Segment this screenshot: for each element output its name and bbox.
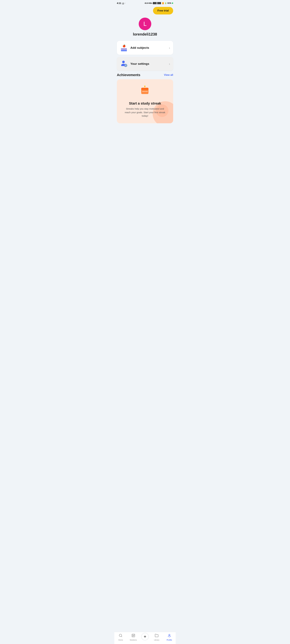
svg-rect-3 [121, 49, 127, 50]
achievements-title: Achievements [117, 73, 140, 77]
battery-level: 61% [168, 2, 171, 4]
wifi-icon: ▋▋▋ [158, 2, 161, 4]
svg-rect-10 [141, 89, 148, 90]
svg-rect-13 [146, 91, 148, 92]
books-svg: 🍎 [120, 44, 128, 52]
wifi-symbol: 🛜 [162, 2, 164, 4]
charging-dot [172, 2, 173, 4]
main-content: Free trial L lorendeli1238 🍎 [114, 6, 176, 139]
achievements-section: Achievements View all [117, 73, 173, 123]
settings-chevron: › [169, 62, 170, 66]
add-subjects-left: 🍎 Add subjects [120, 44, 149, 52]
phone-container: 4:11 △ · 43.8 KB/s ▋▋▋ ▋▋▋ 🛜 🔋 61% Free … [114, 0, 176, 139]
svg-point-4 [122, 61, 125, 63]
streak-description: Streaks help you stay motivated and reac… [124, 107, 166, 118]
streak-svg [139, 84, 151, 96]
avatar: L [139, 18, 151, 30]
add-subjects-card[interactable]: 🍎 Add subjects › [117, 41, 173, 55]
settings-label: Your settings [130, 62, 149, 66]
svg-rect-2 [121, 50, 127, 51]
signal-icon: ▋▋▋ [153, 2, 157, 4]
svg-text:🍎: 🍎 [122, 44, 126, 48]
username: lorendeli1238 [133, 32, 157, 36]
settings-left: ⚙️ Your settings [120, 60, 149, 68]
speed: 43.8 KB/s [144, 2, 152, 4]
add-subjects-label: Add subjects [130, 46, 149, 50]
achievements-header: Achievements View all [117, 73, 173, 77]
avatar-initial: L [144, 20, 146, 27]
settings-card[interactable]: ⚙️ Your settings › [117, 57, 173, 71]
svg-rect-12 [144, 91, 146, 92]
battery-icon: 🔋 [165, 2, 167, 4]
settings-icon: ⚙️ [120, 60, 128, 68]
streak-icon [139, 84, 151, 99]
view-all-link[interactable]: View all [164, 74, 173, 76]
status-right: 43.8 KB/s ▋▋▋ ▋▋▋ 🛜 🔋 61% [144, 2, 173, 4]
free-trial-container: Free trial [117, 7, 173, 14]
add-subjects-icon: 🍎 [120, 44, 128, 52]
svg-rect-11 [142, 91, 144, 92]
avatar-section: L lorendeli1238 [117, 18, 173, 36]
add-subjects-chevron: › [169, 46, 170, 50]
streak-title: Start a study streak [129, 102, 161, 106]
free-trial-button[interactable]: Free trial [153, 7, 173, 14]
status-bar: 4:11 △ · 43.8 KB/s ▋▋▋ ▋▋▋ 🛜 🔋 61% [114, 0, 176, 6]
settings-svg: ⚙️ [120, 60, 128, 68]
bottom-pad [117, 123, 173, 138]
svg-text:⚙️: ⚙️ [125, 64, 128, 67]
time: 4:11 [117, 2, 121, 4]
status-left: 4:11 △ · [117, 2, 125, 4]
status-icons: △ · [122, 2, 125, 4]
streak-card: Start a study streak Streaks help you st… [117, 79, 173, 123]
